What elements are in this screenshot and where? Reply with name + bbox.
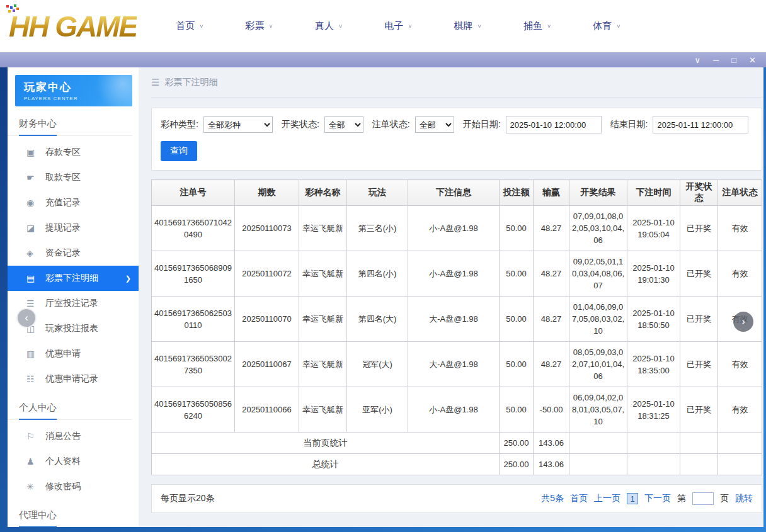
list2-icon: ☰ [26, 298, 45, 308]
app-body: 玩家中心 PLAYERS CENTER 财务中心▣存款专区☛取款专区◉充值记录◪… [8, 67, 763, 527]
nav-item-label: 棋牌 [454, 20, 473, 32]
table-row: 40156917365062503011020250110070幸运飞艇新第四名… [152, 297, 762, 342]
table-cell: 2025-01-10 19:01:30 [627, 251, 680, 297]
nav-item-label: 首页 [176, 20, 195, 32]
first-page-link[interactable]: 首页 [570, 493, 588, 504]
table-cell: 有效 [718, 387, 762, 433]
column-header: 开奖状态 [680, 180, 718, 206]
sidebar-item-label: 充值记录 [45, 197, 81, 208]
sidebar-item-deposit-zone[interactable]: ▣存款专区 [8, 140, 139, 165]
nav-item-lottery[interactable]: 彩票∨ [246, 20, 273, 32]
breadcrumb: ☰ 彩票下注明细 [151, 67, 763, 98]
chevron-down-icon: ∨ [547, 23, 551, 29]
table-cell: 20250110073 [235, 206, 299, 251]
start-date-input[interactable] [506, 116, 602, 133]
sidebar-item-funds-records[interactable]: ◈资金记录 [8, 241, 139, 266]
page-title: 彩票下注明细 [164, 77, 217, 88]
app-frame: 玩家中心 PLAYERS CENTER 财务中心▣存款专区☛取款专区◉充值记录◪… [0, 67, 766, 532]
table-cell: 亚军(小) [347, 387, 408, 433]
table-cell: 48.27 [534, 251, 569, 297]
withdraw-icon: ☛ [26, 173, 45, 183]
sidebar-item-promo-apply-records[interactable]: ☷优惠申请记录 [8, 366, 139, 392]
summary-row: 总统计250.00143.06 [152, 454, 762, 475]
jump-page-input[interactable] [692, 492, 714, 505]
nav-item-electronic[interactable]: 电子∨ [384, 20, 412, 32]
chevron-down-icon: ∨ [408, 23, 412, 29]
summary-cell: 250.00 [500, 433, 534, 454]
sidebar-item-withdraw-zone[interactable]: ☛取款专区 [8, 165, 139, 190]
summary-cell [569, 454, 627, 475]
table-cell: 有效 [718, 342, 762, 387]
table-cell: 已开奖 [680, 206, 718, 251]
table-cell: 48.27 [534, 342, 569, 387]
table-cell: 大-A盘@1.98 [408, 297, 500, 342]
main-content: ☰ 彩票下注明细 彩种类型: 全部彩种 开奖状态: 全部 注单状态: 全部 [139, 67, 763, 527]
search-button[interactable]: 查询 [161, 141, 197, 161]
list-icon: ▤ [26, 273, 45, 283]
jump-prefix-label: 第 [677, 493, 686, 504]
chevron-right-icon: ❯ [125, 274, 131, 283]
sidebar-item-label: 取款专区 [45, 172, 81, 183]
draw-status-label: 开奖状态: [282, 119, 319, 130]
column-header: 期数 [235, 180, 299, 206]
chevron-right-icon: › [741, 315, 745, 328]
nav-item-home[interactable]: 首页∨ [176, 20, 203, 32]
next-page-link[interactable]: 下一页 [644, 493, 671, 504]
table-row: 40156917365068909165020250110072幸运飞艇新第四名… [152, 251, 762, 297]
current-page-indicator: 1 [627, 493, 638, 504]
bell-icon: ⚐ [26, 431, 45, 441]
sidebar-item-label: 厅室投注记录 [45, 298, 98, 309]
nav-item-board[interactable]: 棋牌∨ [454, 20, 482, 32]
nav-item-label: 捕鱼 [523, 20, 542, 32]
table-cell: 50.00 [500, 342, 534, 387]
order-status-select[interactable]: 全部 [415, 116, 454, 133]
sidebar: 玩家中心 PLAYERS CENTER 财务中心▣存款专区☛取款专区◉充值记录◪… [8, 67, 139, 527]
table-cell: 第三名(小) [347, 206, 408, 251]
chevron-down-icon[interactable]: ∨ [695, 56, 701, 64]
prev-page-link[interactable]: 上一页 [594, 493, 620, 504]
table-cell: 20250110070 [235, 297, 299, 342]
table-cell: 401569173650530027350 [152, 342, 235, 387]
summary-cell [718, 454, 762, 475]
sidebar-section-title: 个人中心 [8, 393, 132, 420]
promo-icon: ▥ [26, 349, 45, 359]
sidebar-item-withdraw-records[interactable]: ◪提现记录 [8, 215, 139, 241]
expand-right-button[interactable]: › [733, 312, 753, 332]
end-date-input[interactable] [653, 116, 748, 133]
sidebar-item-label: 资金记录 [45, 247, 81, 259]
order-status-label: 注单状态: [372, 119, 410, 130]
draw-status-select[interactable]: 全部 [324, 116, 363, 133]
minimize-icon[interactable]: ─ [713, 56, 719, 64]
table-cell: 有效 [718, 206, 762, 251]
chevron-down-icon: ∨ [616, 23, 620, 29]
nav-item-fishing[interactable]: 捕鱼∨ [523, 20, 551, 32]
banner-subtitle: PLAYERS CENTER [24, 96, 132, 101]
start-date-label: 开始日期: [463, 119, 501, 130]
nav-item-sports[interactable]: 体育∨ [593, 20, 620, 32]
summary-cell [680, 454, 718, 475]
sidebar-item-promo-apply[interactable]: ▥优惠申请 [8, 341, 139, 366]
sidebar-item-profile[interactable]: ♟个人资料 [8, 449, 139, 474]
sidebar-item-change-password[interactable]: ✳修改密码 [8, 474, 139, 499]
hamburger-icon[interactable]: ☰ [151, 77, 159, 88]
chevron-down-icon: ∨ [269, 23, 273, 29]
column-header: 开奖结果 [569, 180, 627, 206]
table-cell: 09,02,05,01,10,03,04,08,06,07 [569, 251, 627, 297]
column-header: 投注额 [500, 180, 534, 206]
sidebar-item-recharge-records[interactable]: ◉充值记录 [8, 190, 139, 215]
total-count: 共5条 [541, 493, 564, 504]
sidebar-item-lottery-bet-details[interactable]: ▤彩票下注明细❯ [8, 266, 139, 291]
close-icon[interactable]: ✕ [749, 56, 756, 64]
nav-item-label: 体育 [593, 20, 612, 32]
bet-details-table: 注单号期数彩种名称玩法下注信息投注额输赢开奖结果下注时间开奖状态注单状态 401… [151, 179, 762, 475]
maximize-icon[interactable]: □ [731, 56, 736, 64]
chevron-down-icon: ∨ [477, 23, 482, 29]
jump-button[interactable]: 跳转 [735, 493, 753, 504]
summary-cell [627, 433, 680, 454]
nav-item-live[interactable]: 真人∨ [315, 20, 343, 32]
collapse-left-button[interactable]: ‹ [16, 308, 37, 328]
summary-label: 当前页统计 [152, 433, 500, 454]
lottery-type-select[interactable]: 全部彩种 [203, 116, 273, 133]
sidebar-item-announcements[interactable]: ⚐消息公告 [8, 424, 139, 449]
table-cell: 50.00 [500, 297, 534, 342]
